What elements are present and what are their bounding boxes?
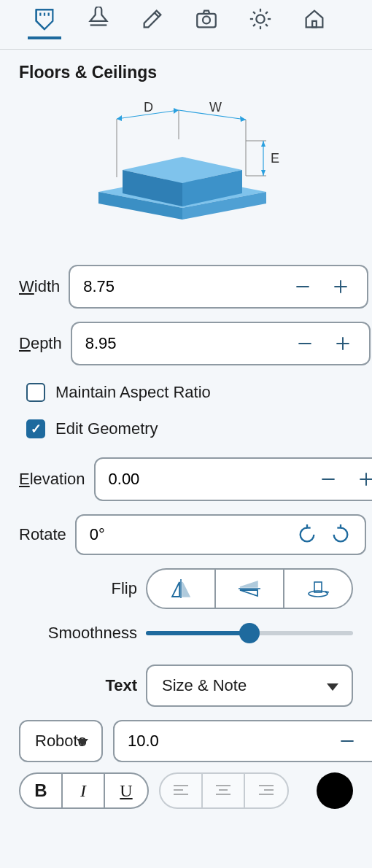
text-mode-select[interactable]: Size & Note [146,664,353,707]
svg-point-1 [203,16,210,23]
underline-button[interactable]: U [105,774,147,807]
svg-marker-37 [240,590,257,596]
depth-input[interactable] [85,334,286,353]
tab-home[interactable] [301,10,328,38]
svg-marker-15 [261,141,266,147]
svg-marker-41 [77,739,88,746]
rotate-cw-button[interactable] [290,524,324,545]
font-size-increment[interactable] [366,721,372,761]
bold-button[interactable]: B [20,774,63,807]
rotate-ccw-button[interactable] [324,524,357,545]
text-mode-value: Size & Note [162,676,247,695]
tab-measure[interactable] [31,10,58,38]
flip-group [146,568,353,609]
svg-marker-36 [240,581,257,587]
rotate-label: Rotate [19,525,66,544]
elevation-decrement[interactable] [309,459,347,500]
elevation-input[interactable] [109,470,309,489]
flip-horizontal-button[interactable] [147,570,216,608]
panel-title: Floors & Ceilings [0,50,372,90]
caret-down-icon [77,732,88,751]
svg-marker-33 [172,582,179,597]
depth-label: Depth [19,334,62,353]
font-size-stepper [113,720,372,762]
dim-d-label: D [144,100,153,115]
svg-marker-16 [261,170,266,176]
text-style-group: B I U [19,772,149,809]
edit-geometry-checkbox[interactable] [26,419,45,438]
depth-stepper [71,322,371,365]
tab-light[interactable] [247,10,274,38]
align-right-button[interactable] [245,774,287,807]
font-size-decrement[interactable] [328,721,366,761]
text-color-swatch[interactable] [317,772,353,809]
align-left-button[interactable] [160,774,203,807]
elevation-stepper [94,457,372,501]
width-input[interactable] [83,277,284,296]
font-size-input[interactable] [128,732,328,751]
tab-stamp[interactable] [85,10,112,38]
dim-e-label: E [271,151,279,166]
svg-marker-40 [327,683,338,691]
maintain-aspect-label: Maintain Aspect Ratio [55,383,211,402]
rotate-field [75,514,366,555]
smoothness-thumb[interactable] [239,623,260,643]
svg-marker-34 [182,582,190,597]
width-increment[interactable] [322,266,360,307]
svg-marker-6 [174,108,179,114]
font-select[interactable]: Roboto [19,720,103,762]
tab-camera[interactable] [193,10,220,38]
svg-marker-10 [240,116,246,122]
floor-diagram: D W E [0,90,372,265]
flip-vertical-button[interactable] [216,570,284,608]
align-center-button[interactable] [203,774,245,807]
tab-bar [0,0,372,50]
italic-button[interactable]: I [63,774,105,807]
svg-point-2 [256,15,264,23]
smoothness-slider[interactable] [146,622,353,644]
text-label: Text [19,676,137,695]
svg-rect-3 [312,21,317,28]
dim-w-label: W [209,100,222,115]
caret-down-icon [327,676,338,695]
smoothness-label: Smoothness [19,624,137,643]
flip-label: Flip [19,579,137,598]
elevation-label: Elevation [19,470,85,489]
edit-geometry-label: Edit Geometry [55,419,158,438]
elevation-increment[interactable] [347,459,372,500]
flip-rotate-3d-button[interactable] [284,570,352,608]
width-stepper [69,265,368,309]
rotate-input[interactable] [90,525,290,544]
text-align-group [159,772,289,809]
tab-draw[interactable] [139,10,166,38]
width-decrement[interactable] [284,266,322,307]
maintain-aspect-checkbox[interactable] [26,383,45,402]
depth-increment[interactable] [324,323,362,364]
depth-decrement[interactable] [286,323,324,364]
width-label: Width [19,277,60,296]
svg-marker-5 [117,115,122,121]
